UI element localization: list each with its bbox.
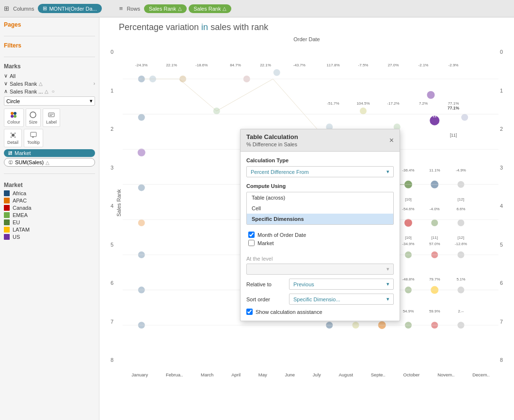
month-checkbox[interactable] xyxy=(248,232,255,238)
svg-text:-36.4%: -36.4% xyxy=(402,168,414,172)
tooltip-button[interactable]: Tooltip xyxy=(24,129,43,147)
row-4-right: 4 xyxy=(500,203,503,209)
size-label: Size xyxy=(29,120,38,124)
at-level-arrow: ▾ xyxy=(386,266,389,272)
sr1-delta: △ xyxy=(39,81,43,86)
mark-properties-2: Detail Tooltip xyxy=(4,129,95,147)
eu-label: EU xyxy=(13,219,20,225)
svg-text:2.--: 2.-- xyxy=(458,309,464,313)
x-sep: Septe.. xyxy=(371,372,386,377)
svg-point-8 xyxy=(12,134,15,137)
row-5-left: 5 xyxy=(111,242,113,248)
sr2-label: Sales Rank ... xyxy=(10,89,43,94)
legend-section: Market Africa APAC Canada EMEA xyxy=(4,182,95,241)
month-pill-label: MONTH(Order Da... xyxy=(49,6,96,12)
svg-text:[10]: [10] xyxy=(405,235,411,240)
at-level-label: At the level xyxy=(246,256,394,262)
sort-label: Sort order xyxy=(246,296,285,302)
sr2-delta: △ xyxy=(45,89,48,94)
size-icon xyxy=(29,111,37,119)
legend-eu: EU xyxy=(4,219,95,225)
circle-option: Circle xyxy=(6,98,20,104)
sales-rank-item-2[interactable]: ∧ Sales Rank ... △ ○ xyxy=(4,88,95,94)
x-apr: April xyxy=(231,372,241,377)
size-button[interactable]: Size xyxy=(26,109,41,127)
compute-options-list: Table (across) Cell Specific Dimensions xyxy=(246,192,394,225)
legend-africa: Africa xyxy=(4,190,95,196)
show-calc-label: Show calculation assistance xyxy=(256,309,322,315)
sort-dropdown[interactable]: Specific Dimensio... ▾ xyxy=(289,294,394,305)
at-level-section: At the level ▾ xyxy=(246,256,394,275)
sr1-chevron: ∨ xyxy=(4,80,8,87)
latam-label: LATAM xyxy=(13,227,30,233)
calc-type-dropdown[interactable]: Percent Difference From ▾ xyxy=(246,166,394,177)
x-may: May xyxy=(258,372,267,377)
svg-point-44 xyxy=(404,219,412,227)
y-axis-label: Sales Rank xyxy=(115,43,123,363)
svg-text:[11]: [11] xyxy=(432,235,438,240)
relative-dropdown[interactable]: Previous ▾ xyxy=(289,279,394,290)
option-cell[interactable]: Cell xyxy=(247,203,393,214)
sales-rank-item-1[interactable]: ∨ Sales Rank △ › xyxy=(4,80,95,87)
eu-color xyxy=(4,219,10,225)
sidebar: Pages Filters Marks ∨ All ∨ Sales Rank △… xyxy=(0,17,99,420)
dropdown-arrow: ▾ xyxy=(90,98,93,104)
market-dim-label: Market xyxy=(257,240,274,246)
market-pill[interactable]: Market xyxy=(4,149,95,157)
marks-title: Marks xyxy=(4,63,95,70)
svg-point-1 xyxy=(14,112,16,115)
svg-text:-4.0%: -4.0% xyxy=(430,207,440,211)
svg-text:79.7%: 79.7% xyxy=(429,277,440,281)
svg-text:27.0%: 27.0% xyxy=(388,63,399,67)
svg-text:[12]: [12] xyxy=(458,197,464,202)
toolbar: ⊞ Columns ⊞ MONTH(Order Da... ≡ Rows Sal… xyxy=(0,0,514,17)
label-button[interactable]: Label xyxy=(43,109,60,127)
latam-color xyxy=(4,227,10,233)
svg-text:-7.5%: -7.5% xyxy=(358,63,369,67)
detail-label: Detail xyxy=(7,140,18,145)
svg-point-27 xyxy=(213,108,220,114)
columns-icon: ⊞ xyxy=(4,5,9,12)
sum-sales-pill[interactable]: Σ SUM(Sales) △ xyxy=(4,158,95,167)
delta-icon-1: △ xyxy=(178,6,182,11)
market-checkbox[interactable] xyxy=(248,240,255,246)
mark-type-dropdown[interactable]: Circle ▾ xyxy=(4,96,95,106)
main-container: ⊞ Columns ⊞ MONTH(Order Da... ≡ Rows Sal… xyxy=(0,0,514,420)
svg-text:-17.2%: -17.2% xyxy=(387,101,399,106)
svg-text:-2.1%: -2.1% xyxy=(418,63,429,67)
svg-point-11 xyxy=(10,137,12,138)
africa-label: Africa xyxy=(13,190,26,196)
filters-title: Filters xyxy=(4,42,95,49)
month-pill[interactable]: ⊞ MONTH(Order Da... xyxy=(38,4,101,13)
row-8-right: 8 xyxy=(500,357,503,363)
colour-button[interactable]: Colour xyxy=(4,109,24,127)
calc-type-arrow: ▾ xyxy=(386,169,389,175)
svg-text:22.1%: 22.1% xyxy=(166,63,177,67)
show-calc-row: Show calculation assistance xyxy=(246,309,394,315)
option-specific-dimensions[interactable]: Specific Dimensions xyxy=(247,214,393,224)
calc-type-label: Calculation Type xyxy=(246,157,394,163)
x-mar: March xyxy=(201,372,213,377)
svg-point-46 xyxy=(458,219,465,226)
svg-text:84.7%: 84.7% xyxy=(230,63,241,67)
detail-button[interactable]: Detail xyxy=(4,129,22,147)
svg-marker-14 xyxy=(32,137,34,138)
svg-rect-13 xyxy=(31,132,36,137)
row-5-right: 5 xyxy=(500,242,503,248)
svg-point-67 xyxy=(138,149,145,156)
option-table-across[interactable]: Table (across) xyxy=(247,192,393,203)
rows-icon: ≡ xyxy=(119,5,123,12)
popup-close-button[interactable]: × xyxy=(389,136,394,145)
dimension-checkboxes: Month of Order Date Market xyxy=(246,228,394,250)
show-calc-checkbox[interactable] xyxy=(246,309,253,315)
sales-rank-pill-1[interactable]: Sales Rank △ xyxy=(144,4,187,13)
svg-text:54.9%: 54.9% xyxy=(403,309,414,313)
all-item[interactable]: ∨ All xyxy=(4,73,95,79)
svg-text:-51.7%: -51.7% xyxy=(327,101,339,106)
all-label: All xyxy=(10,73,16,79)
legend-title: Market xyxy=(4,182,95,188)
sales-rank-pill-2[interactable]: Sales Rank △ xyxy=(189,4,231,13)
svg-rect-5 xyxy=(48,113,54,117)
row-6-left: 6 xyxy=(111,280,113,286)
svg-text:[12]: [12] xyxy=(458,235,464,240)
